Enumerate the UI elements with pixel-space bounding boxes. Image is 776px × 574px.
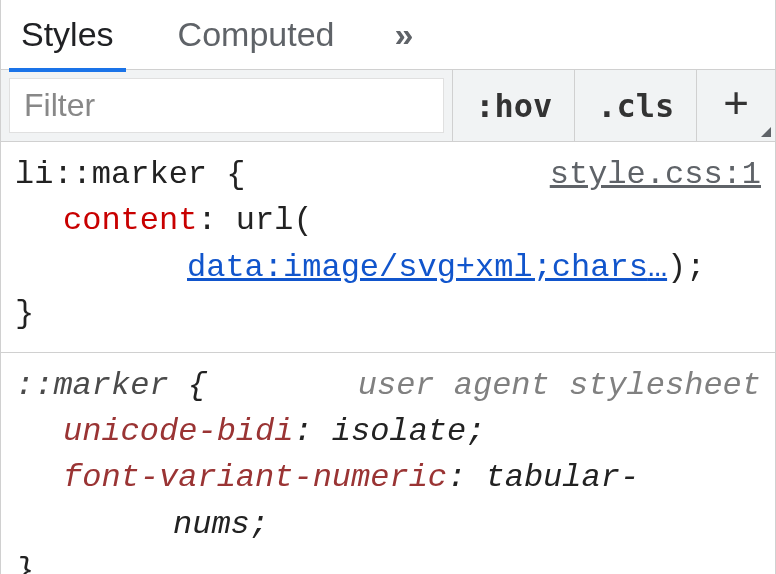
styles-panel: Styles Computed » :hov .cls + li::marker… xyxy=(0,0,776,574)
source-ua-label: user agent stylesheet xyxy=(358,363,761,409)
url-close: ) xyxy=(667,249,686,286)
new-rule-button[interactable]: + xyxy=(696,70,775,141)
css-rule: li::marker { style.css:1 content: url( d… xyxy=(1,142,775,353)
source-link[interactable]: style.css:1 xyxy=(550,152,761,198)
brace-open: { xyxy=(226,156,245,193)
url-value-link[interactable]: data:image/svg+xml;chars… xyxy=(187,249,667,286)
rule-header: li::marker { style.css:1 xyxy=(15,152,761,198)
declaration[interactable]: content: url( data:image/svg+xml;chars…)… xyxy=(15,198,761,291)
declaration[interactable]: unicode-bidi: isolate; xyxy=(15,409,761,455)
semicolon: ; xyxy=(466,413,485,450)
tab-computed[interactable]: Computed xyxy=(166,0,347,72)
url-text: data:image/svg+xml;chars xyxy=(187,249,648,286)
rule-header: ::marker { user agent stylesheet xyxy=(15,363,761,409)
property-value-line2: nums xyxy=(173,506,250,543)
selector[interactable]: ::marker xyxy=(15,367,169,404)
rule-open: li::marker { xyxy=(15,152,245,198)
property-value: isolate xyxy=(332,413,466,450)
property-name: content xyxy=(63,202,197,239)
filter-wrap xyxy=(1,70,452,141)
selector[interactable]: li::marker xyxy=(15,156,207,193)
cls-button[interactable]: .cls xyxy=(574,70,696,141)
hov-button[interactable]: :hov xyxy=(452,70,574,141)
ellipsis: … xyxy=(648,249,667,286)
colon: : xyxy=(293,413,331,450)
tab-more[interactable]: » xyxy=(386,0,423,72)
url-continuation: data:image/svg+xml;chars…); xyxy=(63,245,761,291)
tabbar: Styles Computed » xyxy=(1,0,775,70)
rules-list: li::marker { style.css:1 content: url( d… xyxy=(1,142,775,574)
property-value-line1: tabular- xyxy=(485,459,639,496)
declaration[interactable]: font-variant-numeric: tabular- nums; xyxy=(15,455,761,548)
rule-open: ::marker { xyxy=(15,363,207,409)
semicolon: ; xyxy=(250,506,269,543)
brace-close: } xyxy=(15,548,761,574)
styles-toolbar: :hov .cls + xyxy=(1,70,775,142)
brace-close: } xyxy=(15,291,761,337)
css-rule: ::marker { user agent stylesheet unicode… xyxy=(1,353,775,574)
tab-styles[interactable]: Styles xyxy=(9,0,126,72)
filter-input[interactable] xyxy=(9,78,444,133)
colon: : xyxy=(447,459,485,496)
property-name: font-variant-numeric xyxy=(63,459,447,496)
brace-open: { xyxy=(188,367,207,404)
url-function: url( xyxy=(236,202,313,239)
value-continuation: nums; xyxy=(63,502,761,548)
semicolon: ; xyxy=(686,249,705,286)
colon: : xyxy=(197,202,235,239)
property-name: unicode-bidi xyxy=(63,413,293,450)
